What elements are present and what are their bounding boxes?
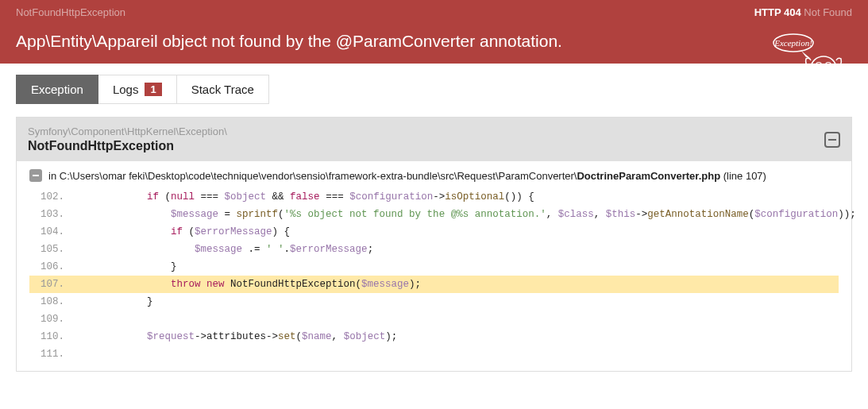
- code-line: 110. $request->attributes->set($name, $o…: [29, 328, 839, 345]
- code-block: 102. if (null === $object && false === $…: [29, 188, 839, 363]
- line-number: 108.: [29, 293, 75, 311]
- code-line: 106. }: [29, 258, 839, 276]
- line-content: $message .= ' '.$errorMessage;: [75, 241, 839, 258]
- line-number: 105.: [29, 241, 75, 258]
- panel-header-title: Symfony\Component\HttpKernel\Exception\ …: [28, 125, 227, 153]
- exception-message: App\Entity\Appareil object not found by …: [16, 29, 699, 52]
- trace-file-path: in C:\Users\omar feki\Desktop\code\techn…: [48, 170, 766, 182]
- tab-logs[interactable]: Logs 1: [98, 75, 177, 104]
- line-content: if ($errorMessage) {: [75, 223, 839, 241]
- line-content: [75, 311, 839, 328]
- code-line: 107. throw new NotFoundHttpException($me…: [29, 276, 839, 293]
- exception-short-name: NotFoundHttpException: [16, 6, 125, 18]
- tab-logs-label: Logs: [113, 83, 139, 96]
- line-number: 106.: [29, 258, 75, 276]
- code-line: 109.: [29, 311, 839, 328]
- trace-in-prefix: in: [48, 170, 56, 182]
- minus-icon: [33, 175, 39, 176]
- line-content: throw new NotFoundHttpException($message…: [75, 276, 839, 293]
- logs-badge: 1: [145, 83, 161, 96]
- ghost-illustration: Exception!: [754, 29, 849, 87]
- tab-stack-trace[interactable]: Stack Trace: [177, 75, 269, 104]
- header-top-bar: NotFoundHttpException HTTP 404 Not Found: [16, 6, 852, 18]
- line-number: 109.: [29, 311, 75, 328]
- line-content: $request->attributes->set($name, $object…: [75, 328, 839, 345]
- tab-bar: Exception Logs 1 Stack Trace: [16, 75, 852, 104]
- svg-point-5: [818, 64, 820, 66]
- exception-class-name: NotFoundHttpException: [28, 139, 227, 153]
- trace-line-info: (line 107): [723, 170, 766, 182]
- minus-icon: [828, 139, 836, 141]
- exception-panel: Symfony\Component\HttpKernel\Exception\ …: [16, 117, 852, 372]
- trace-path-before: C:\Users\omar feki\Desktop\code\techniqu…: [60, 170, 577, 182]
- collapse-panel-button[interactable]: [824, 132, 840, 148]
- trace-section: in C:\Users\omar feki\Desktop\code\techn…: [17, 161, 851, 371]
- line-content: $message = sprintf('%s object not found …: [75, 206, 856, 223]
- http-text: Not Found: [804, 6, 852, 18]
- line-number: 104.: [29, 223, 75, 241]
- trace-file-header: in C:\Users\omar feki\Desktop\code\techn…: [29, 169, 839, 182]
- line-number: 102.: [29, 188, 75, 206]
- code-line: 111.: [29, 345, 839, 363]
- line-number: 111.: [29, 345, 75, 363]
- svg-text:Exception!: Exception!: [773, 38, 812, 48]
- code-line: 105. $message .= ' '.$errorMessage;: [29, 241, 839, 258]
- line-content: [75, 345, 839, 363]
- svg-point-2: [811, 56, 836, 80]
- code-line: 108. }: [29, 293, 839, 311]
- exception-header: NotFoundHttpException HTTP 404 Not Found…: [0, 0, 868, 64]
- code-line: 103. $message = sprintf('%s object not f…: [29, 206, 839, 223]
- panel-header: Symfony\Component\HttpKernel\Exception\ …: [17, 118, 851, 161]
- http-code: HTTP 404: [754, 6, 801, 18]
- tab-exception[interactable]: Exception: [16, 75, 98, 104]
- svg-point-6: [827, 64, 829, 66]
- http-status: HTTP 404 Not Found: [754, 6, 852, 18]
- code-line: 102. if (null === $object && false === $…: [29, 188, 839, 206]
- collapse-trace-button[interactable]: [29, 169, 42, 182]
- trace-filename: DoctrineParamConverter.php: [577, 170, 720, 182]
- line-content: }: [75, 258, 839, 276]
- line-content: if (null === $object && false === $confi…: [75, 188, 839, 206]
- code-line: 104. if ($errorMessage) {: [29, 223, 839, 241]
- line-number: 103.: [29, 206, 75, 223]
- line-number: 107.: [29, 276, 75, 293]
- line-number: 110.: [29, 328, 75, 345]
- line-content: }: [75, 293, 839, 311]
- exception-namespace: Symfony\Component\HttpKernel\Exception\: [28, 125, 227, 137]
